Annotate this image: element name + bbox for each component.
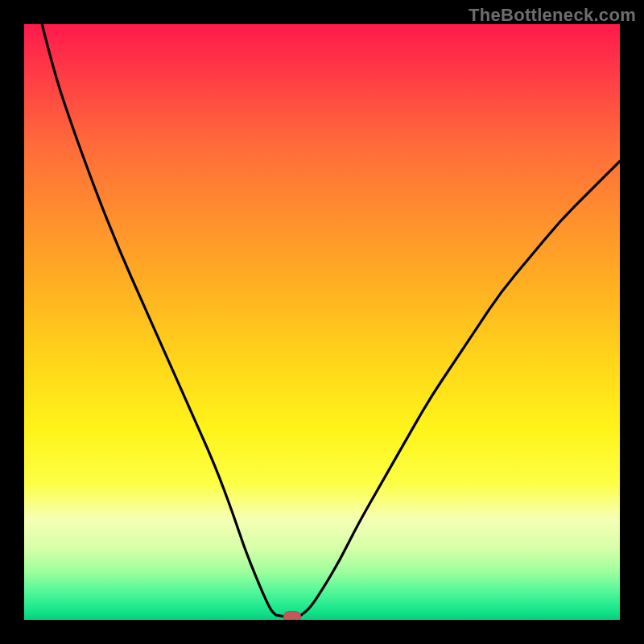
bottleneck-curve xyxy=(24,24,620,620)
plot-area xyxy=(24,24,620,620)
chart-frame: TheBottleneck.com xyxy=(0,0,644,644)
watermark-text: TheBottleneck.com xyxy=(469,5,636,26)
optimum-marker xyxy=(283,611,301,620)
